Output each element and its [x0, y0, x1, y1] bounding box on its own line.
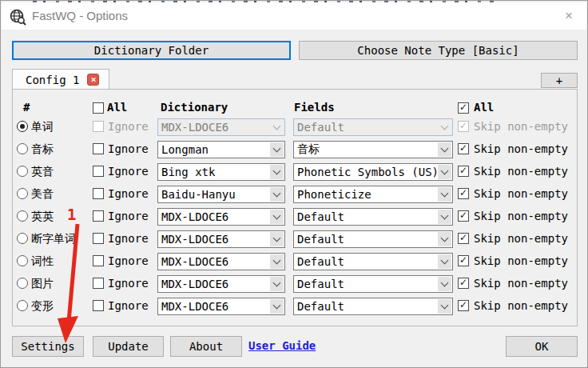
all-skip-checkbox[interactable] [458, 102, 469, 114]
skip-non-empty-label: Skip non-empty [474, 165, 568, 178]
chevron-down-icon [270, 232, 284, 246]
dictionary-select[interactable]: MDX-LDOCE6 [157, 298, 285, 315]
dictionary-select[interactable]: Longman [157, 141, 285, 158]
skip-non-empty-label: Skip non-empty [474, 210, 568, 222]
skip-non-empty-label: Skip non-empty [474, 120, 568, 133]
background-screen-artifacts [33, 1, 495, 2]
ignore-checkbox[interactable] [93, 188, 104, 199]
field-radio[interactable] [17, 255, 28, 266]
fields-select[interactable]: Default [293, 275, 453, 293]
table-row: 图片 Ignore MDX-LDOCE6 Default Skip non-em… [1, 275, 588, 294]
fields-select[interactable]: Default [293, 253, 453, 270]
chevron-down-icon [438, 120, 451, 134]
ignore-checkbox[interactable] [93, 255, 104, 266]
dictionary-select[interactable]: MDX-LDOCE6 [157, 230, 285, 248]
ignore-checkbox[interactable] [93, 300, 104, 311]
tab-config-1[interactable]: Config 1 × [12, 69, 109, 90]
options-dialog: FastWQ - Options × Dictionary Folder Cho… [0, 0, 588, 368]
update-button[interactable]: Update [93, 336, 164, 357]
skip-non-empty-checkbox[interactable] [458, 300, 469, 311]
table-row: 音标 Ignore Longman 音标 Skip non-empty [1, 141, 588, 160]
user-guide-link[interactable]: User Guide [248, 339, 316, 352]
field-radio[interactable] [17, 143, 28, 154]
skip-non-empty-checkbox [458, 121, 469, 132]
field-label: 单词 [31, 120, 54, 134]
skip-non-empty-checkbox[interactable] [458, 255, 469, 266]
fields-select[interactable]: Phonetic Symbols (US) [293, 163, 453, 181]
field-radio[interactable] [17, 278, 28, 289]
field-radio[interactable] [17, 188, 28, 199]
annotation-step-number: 1 [67, 206, 76, 223]
chevron-down-icon [270, 165, 284, 179]
table-row: 单词 Ignore MDX-LDOCE6 Default Skip non-em… [1, 118, 588, 138]
ignore-label: Ignore [108, 210, 149, 222]
skip-non-empty-checkbox[interactable] [458, 143, 469, 154]
ignore-checkbox[interactable] [93, 143, 104, 154]
tab-close-icon[interactable]: × [87, 74, 99, 86]
column-header-dictionary: Dictionary [161, 101, 228, 114]
fields-select[interactable]: 音标 [293, 141, 453, 158]
skip-non-empty-checkbox[interactable] [458, 233, 469, 244]
all-ignore-checkbox[interactable] [93, 102, 104, 114]
ignore-checkbox[interactable] [93, 233, 104, 244]
dictionary-select[interactable]: MDX-LDOCE6 [157, 253, 285, 270]
ignore-label: Ignore [108, 232, 149, 245]
tab-config-1-label: Config 1 [26, 74, 79, 86]
dictionary-select[interactable]: MDX-LDOCE6 [157, 208, 285, 226]
field-radio[interactable] [17, 166, 28, 177]
field-radio[interactable] [17, 233, 28, 244]
field-label: 图片 [31, 277, 54, 291]
ignore-label: Ignore [108, 142, 149, 155]
chevron-down-icon [270, 120, 284, 134]
chevron-down-icon [438, 299, 451, 314]
table-row: 英英 Ignore MDX-LDOCE6 Default Skip non-em… [1, 208, 588, 227]
chevron-down-icon [438, 165, 451, 179]
ignore-checkbox[interactable] [93, 278, 104, 289]
dictionary-select[interactable]: MDX-LDOCE6 [157, 275, 285, 293]
field-radio[interactable] [17, 210, 28, 222]
dictionary-select[interactable]: Bing xtk [157, 163, 285, 181]
table-row: 断字单词 Ignore MDX-LDOCE6 Default Skip non-… [1, 230, 588, 250]
field-label: 美音 [31, 187, 54, 202]
ignore-label: Ignore [108, 120, 149, 133]
chevron-down-icon [270, 142, 284, 157]
ignore-checkbox[interactable] [93, 210, 104, 222]
ignore-checkbox [93, 121, 104, 132]
fields-select[interactable]: Phoneticize [293, 186, 453, 203]
about-button[interactable]: About [170, 336, 242, 357]
close-window-button[interactable]: × [558, 6, 580, 26]
title-bar: FastWQ - Options × [2, 2, 586, 30]
window-title: FastWQ - Options [32, 9, 128, 22]
skip-non-empty-checkbox[interactable] [458, 188, 469, 199]
field-radio[interactable] [17, 121, 28, 132]
field-label: 词性 [31, 254, 54, 269]
dictionary-select[interactable]: Baidu-Hanyu [157, 186, 285, 203]
skip-non-empty-label: Skip non-empty [474, 142, 568, 155]
field-label: 音标 [31, 142, 54, 157]
skip-non-empty-checkbox[interactable] [458, 278, 469, 289]
ok-button[interactable]: OK [506, 336, 578, 357]
chevron-down-icon [270, 254, 284, 269]
chevron-down-icon [438, 187, 451, 202]
skip-non-empty-checkbox[interactable] [458, 166, 469, 177]
fields-select[interactable]: Default [293, 208, 453, 226]
skip-non-empty-label: Skip non-empty [474, 299, 568, 312]
chevron-down-icon [438, 232, 451, 246]
chevron-down-icon [270, 299, 284, 314]
fields-select[interactable]: Default [293, 230, 453, 248]
dictionary-select: MDX-LDOCE6 [157, 118, 285, 136]
add-config-tab-button[interactable]: + [541, 73, 578, 88]
settings-button[interactable]: Settings [12, 336, 84, 357]
ignore-label: Ignore [108, 254, 149, 267]
ignore-checkbox[interactable] [93, 166, 104, 177]
dictionary-folder-button[interactable]: Dictionary Folder [12, 41, 291, 60]
choose-note-type-button[interactable]: Choose Note Type [Basic] [299, 41, 578, 60]
column-header-all-skip: All [474, 101, 494, 114]
ignore-label: Ignore [108, 165, 149, 178]
column-header-fields: Fields [294, 101, 335, 114]
fields-select[interactable]: Default [293, 298, 453, 315]
field-label: 断字单词 [31, 232, 76, 246]
skip-non-empty-checkbox[interactable] [458, 210, 469, 222]
chevron-down-icon [438, 210, 451, 224]
field-radio[interactable] [17, 300, 28, 311]
